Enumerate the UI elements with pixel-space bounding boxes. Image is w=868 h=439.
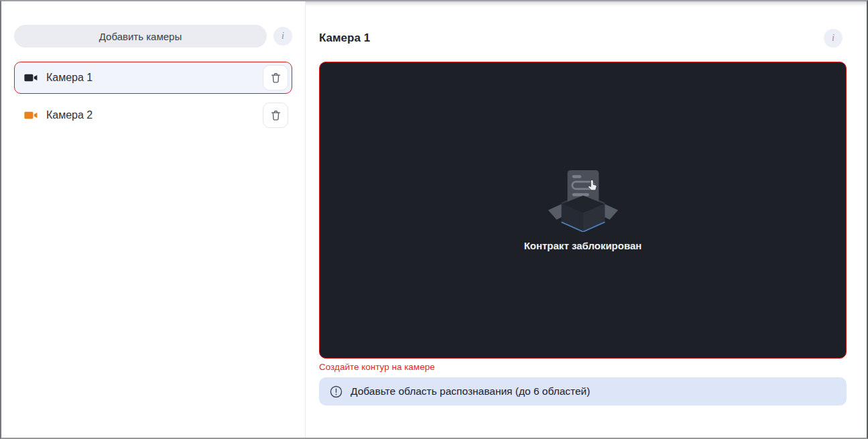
camera-list-item-1[interactable]: Камера 1	[14, 62, 292, 94]
camera-setup-window: Добавить камеры i Камера 1	[0, 0, 868, 439]
validation-error-text: Создайте контур на камере	[319, 361, 847, 373]
camera-name-label: Камера 2	[46, 109, 263, 121]
camera-name-label: Камера 1	[46, 72, 263, 84]
empty-state-message: Контракт заблокирован	[524, 240, 642, 251]
video-camera-icon	[23, 70, 38, 85]
sidebar-info-button[interactable]: i	[273, 27, 292, 46]
hint-banner: Добавьте область распознавания (до 6 обл…	[319, 377, 847, 405]
video-camera-icon	[23, 108, 38, 123]
delete-camera-button[interactable]	[263, 103, 288, 128]
empty-box-icon	[547, 169, 619, 232]
trash-icon	[269, 109, 282, 122]
camera-detail-panel: Камера 1 i	[306, 1, 867, 438]
hint-banner-text: Добавьте область распознавания (до 6 обл…	[351, 385, 590, 397]
camera-preview-canvas[interactable]: Контракт заблокирован	[319, 62, 847, 359]
delete-camera-button[interactable]	[263, 65, 288, 90]
trash-icon	[269, 72, 282, 84]
alert-circle-icon	[329, 385, 343, 399]
camera-list-item-2[interactable]: Камера 2	[14, 99, 292, 131]
page-title: Камера 1	[319, 32, 370, 45]
camera-detail-header: Камера 1 i	[319, 28, 847, 48]
add-cameras-button[interactable]: Добавить камеры	[14, 25, 267, 48]
camera-sidebar: Добавить камеры i Камера 1	[1, 1, 306, 438]
detail-info-button[interactable]: i	[824, 29, 843, 48]
sidebar-toolbar: Добавить камеры i	[14, 25, 292, 48]
